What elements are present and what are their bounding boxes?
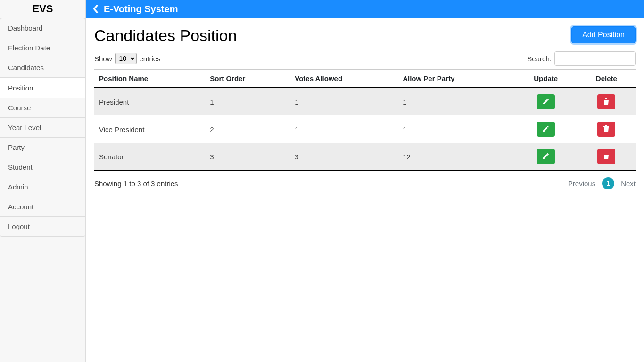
cell-position-name: President	[94, 88, 205, 115]
sidebar: EVS Dashboard Election Date Candidates P…	[0, 0, 86, 362]
table-row: Vice President 2 1 1	[94, 115, 636, 143]
sidebar-item-logout[interactable]: Logout	[0, 217, 85, 237]
trash-icon	[603, 152, 610, 161]
table-controls: Show 10 entries Search:	[94, 51, 636, 66]
pager-current[interactable]: 1	[602, 177, 614, 189]
pager: Previous 1 Next	[568, 177, 636, 189]
sidebar-item-course[interactable]: Course	[0, 98, 85, 118]
edit-icon	[542, 152, 550, 161]
table-footer: Showing 1 to 3 of 3 entries Previous 1 N…	[94, 177, 636, 189]
sidebar-item-candidates[interactable]: Candidates	[0, 58, 85, 78]
add-position-button[interactable]: Add Position	[571, 26, 636, 43]
cell-position-name: Vice President	[94, 115, 205, 143]
col-update[interactable]: Update	[514, 70, 578, 88]
delete-button[interactable]	[597, 94, 615, 109]
search-label: Search:	[527, 55, 552, 63]
table-row: President 1 1 1	[94, 88, 636, 115]
cell-votes-allowed: 1	[290, 115, 398, 143]
cell-votes-allowed: 3	[290, 143, 398, 171]
cell-votes-allowed: 1	[290, 88, 398, 115]
col-position-name[interactable]: Position Name	[94, 70, 205, 88]
col-votes-allowed[interactable]: Votes Allowed	[290, 70, 398, 88]
col-sort-order[interactable]: Sort Order	[205, 70, 290, 88]
cell-sort-order: 3	[205, 143, 290, 171]
sidebar-item-student[interactable]: Student	[0, 157, 85, 177]
sidebar-item-party[interactable]: Party	[0, 138, 85, 157]
page-title: Candidates Position	[94, 26, 237, 45]
sidebar-item-admin[interactable]: Admin	[0, 177, 85, 197]
brand-logo: EVS	[0, 0, 85, 18]
topbar: E-Voting System	[86, 0, 644, 18]
cell-allow-per-party: 12	[398, 143, 514, 171]
content: Candidates Position Add Position Show 10…	[86, 18, 644, 189]
cell-allow-per-party: 1	[398, 115, 514, 143]
length-suffix: entries	[140, 55, 161, 63]
table-row: Senator 3 3 12	[94, 143, 636, 171]
search-input[interactable]	[554, 51, 636, 66]
length-select[interactable]: 10	[115, 53, 137, 64]
trash-icon	[603, 98, 610, 107]
col-allow-per-party[interactable]: Allow Per Party	[398, 70, 514, 88]
positions-table: Position Name Sort Order Votes Allowed A…	[94, 69, 636, 171]
update-button[interactable]	[537, 149, 555, 164]
sidebar-item-year-level[interactable]: Year Level	[0, 118, 85, 138]
cell-sort-order: 2	[205, 115, 290, 143]
sidebar-item-account[interactable]: Account	[0, 197, 85, 217]
edit-icon	[542, 98, 550, 107]
page-header: Candidates Position Add Position	[94, 26, 636, 45]
cell-position-name: Senator	[94, 143, 205, 171]
sidebar-item-position[interactable]: Position	[0, 78, 85, 98]
topbar-title: E-Voting System	[104, 4, 178, 15]
delete-button[interactable]	[597, 122, 615, 137]
sidebar-nav: Dashboard Election Date Candidates Posit…	[0, 18, 85, 237]
update-button[interactable]	[537, 94, 555, 109]
pager-next[interactable]: Next	[621, 180, 636, 188]
delete-button[interactable]	[597, 149, 615, 164]
col-delete[interactable]: Delete	[578, 70, 636, 88]
pager-previous[interactable]: Previous	[568, 180, 595, 188]
sidebar-item-dashboard[interactable]: Dashboard	[0, 18, 85, 38]
back-icon[interactable]	[92, 5, 99, 13]
edit-icon	[542, 125, 550, 134]
main-area: E-Voting System Candidates Position Add …	[86, 0, 644, 362]
length-prefix: Show	[94, 55, 112, 63]
sidebar-item-election-date[interactable]: Election Date	[0, 38, 85, 58]
cell-sort-order: 1	[205, 88, 290, 115]
cell-allow-per-party: 1	[398, 88, 514, 115]
search-control: Search:	[527, 51, 636, 66]
table-info: Showing 1 to 3 of 3 entries	[94, 180, 178, 188]
length-control: Show 10 entries	[94, 53, 161, 64]
update-button[interactable]	[537, 122, 555, 137]
trash-icon	[603, 125, 610, 134]
